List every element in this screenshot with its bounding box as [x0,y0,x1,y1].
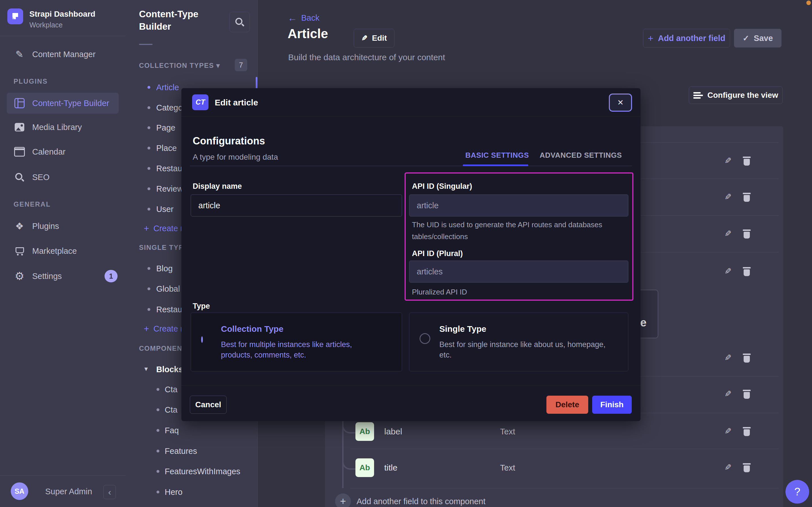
subnav-title: Content-Type Builder [139,8,227,33]
cancel-button[interactable]: Cancel [190,396,227,414]
sidebar-item-label: Media Library [32,123,82,132]
text-field-type-badge: Ab [356,458,374,477]
pencil-icon[interactable]: ✎ [725,463,732,472]
trash-icon[interactable] [743,267,751,276]
collection-types-count-badge: 7 [235,59,247,71]
subnav-item-features[interactable]: Features [126,442,257,460]
nav-section-plugins: PLUGINS [13,77,48,86]
single-type-option[interactable]: Single Type Best for single instance lik… [409,313,628,371]
bullet-icon [157,429,159,432]
check-icon: ✓ [743,34,749,43]
display-name-input[interactable] [191,194,402,217]
bullet-icon [147,208,150,211]
close-button[interactable]: ✕ [610,94,631,111]
subnav-item-faq[interactable]: Faq [126,421,257,440]
radio-selected-icon[interactable] [201,336,203,343]
delete-button[interactable]: Delete [547,396,588,414]
settings-notification-badge: 1 [105,270,118,282]
add-another-field-button[interactable]: + Add another field [643,29,730,48]
configure-view-button[interactable]: Configure the view [689,87,783,104]
text-field-type-badge: Ab [356,422,374,441]
page-subtitle: Build the data architecture of your cont… [288,53,445,62]
modal-footer-divider [181,385,640,386]
question-mark-icon: ? [794,486,800,498]
add-field-to-component-button[interactable]: + Add another field to this component [335,494,485,507]
trash-icon[interactable] [743,229,751,239]
media-image-icon [14,123,25,131]
list-settings-icon [693,91,703,100]
trash-icon[interactable] [743,463,751,472]
tab-active-underline [463,165,528,166]
layout-grid-icon [14,98,25,108]
field-type: Text [500,463,515,472]
api-id-singular-label: API ID (Singular) [412,182,472,191]
calendar-icon [14,147,25,157]
trash-icon[interactable] [743,390,751,399]
pencil-icon[interactable]: ✎ [725,229,732,239]
plus-icon: + [648,33,653,44]
radio-unselected-icon[interactable] [420,333,430,344]
bullet-icon [157,388,159,391]
trash-icon[interactable] [743,157,751,166]
plus-icon: + [144,223,149,234]
tab-basic-settings[interactable]: BASIC SETTINGS [465,151,529,160]
pencil-icon[interactable]: ✎ [725,157,732,166]
field-name: title [384,463,397,472]
edit-button[interactable]: ✎ Edit [354,29,394,48]
sidebar-item-label: Content-Type Builder [32,99,109,108]
display-name-label: Display name [193,182,242,191]
subnav-search-button[interactable] [230,12,250,32]
trash-icon[interactable] [743,193,751,202]
api-id-singular-input[interactable] [409,194,628,217]
sidebar-item-plugins[interactable]: ❖ Plugins [7,217,119,235]
search-icon [235,17,245,27]
sidebar-item-media-library[interactable]: Media Library [7,118,119,136]
nav-section-general: GENERAL [13,201,51,208]
save-button[interactable]: ✓ Save [734,29,782,48]
sidebar-item-marketplace[interactable]: Marketplace [7,242,119,260]
bullet-icon [147,267,150,270]
collection-type-title: Collection Type [221,324,284,334]
partial-text: e [640,316,646,329]
brand-title: Strapi Dashboard [29,10,95,19]
trash-icon[interactable] [743,353,751,363]
type-label: Type [193,302,210,311]
collection-type-option[interactable]: Collection Type Best for multiple instan… [191,313,402,371]
subnav-item-hero[interactable]: Hero [126,483,257,501]
pencil-icon[interactable]: ✎ [725,267,732,276]
pencil-icon[interactable]: ✎ [725,427,732,436]
brand-workspace: Workplace [29,21,63,29]
modal-header: CT Edit article ✕ [181,88,640,116]
bullet-icon [157,408,159,411]
page-title: Article [288,26,328,41]
tab-divider [190,166,632,166]
collection-type-desc: Best for multiple instances like article… [221,339,379,360]
sidebar-item-settings[interactable]: ⚙ Settings [7,267,119,285]
row-actions: ✎ [725,390,751,399]
close-icon: ✕ [617,98,624,107]
bullet-icon [157,470,159,473]
sidebar-item-content-type-builder[interactable]: Content-Type Builder [7,93,119,114]
api-id-plural-input[interactable] [409,261,628,283]
pen-icon: ✎ [14,49,25,60]
bullet-icon [147,126,150,129]
finish-button[interactable]: Finish [592,396,632,414]
pencil-icon[interactable]: ✎ [725,353,732,363]
help-button[interactable]: ? [786,480,809,504]
bullet-icon [147,86,150,89]
sidebar-item-label: SEO [32,173,50,182]
back-link[interactable]: ← Back [288,12,319,23]
trash-icon[interactable] [743,427,751,436]
pencil-icon[interactable]: ✎ [725,193,732,202]
sidebar-item-label: Plugins [32,222,59,231]
chevron-down-icon: ▾ [216,62,221,69]
collapse-sidebar-button[interactable]: ‹ [104,485,116,499]
sidebar-item-seo[interactable]: SEO [7,168,119,186]
pencil-icon[interactable]: ✎ [725,390,732,399]
sidebar-item-content-manager[interactable]: ✎ Content Manager [7,45,119,63]
subnav-item-featureswithimages[interactable]: FeaturesWithImages [126,462,257,481]
tab-advanced-settings[interactable]: ADVANCED SETTINGS [540,151,622,160]
avatar[interactable]: SA [11,483,28,500]
collection-types-header[interactable]: COLLECTION TYPES ▾ [139,62,220,69]
sidebar-item-calendar[interactable]: Calendar [7,143,119,161]
